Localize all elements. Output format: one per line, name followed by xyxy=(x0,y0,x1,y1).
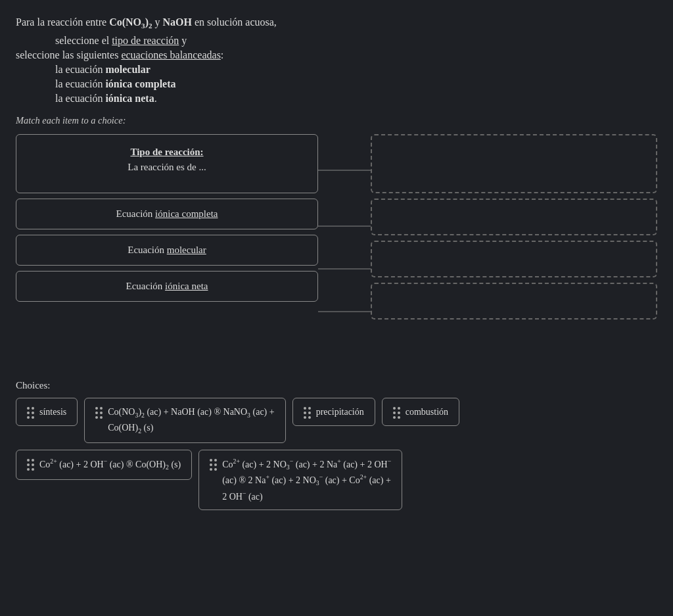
ionica-neta-text: iónica neta xyxy=(105,93,154,104)
intro-mid: y xyxy=(155,16,163,28)
drag-handle-eq1 xyxy=(95,405,103,419)
right-drop-2[interactable] xyxy=(371,199,657,235)
left-box-ionica-completa[interactable]: Ecuación iónica completa xyxy=(16,199,318,229)
ionica-completa-text: iónica completa xyxy=(105,78,175,89)
choices-section: Choices: síntesis Co(NO3)2 (ac) + NaOH (… xyxy=(16,380,657,510)
combustion-text: combustión xyxy=(406,405,448,419)
choice-sintesis[interactable]: síntesis xyxy=(16,398,78,426)
choice-equation3[interactable]: Co2+ (ac) + 2 NO3− (ac) + 2 Na+ (ac) + 2… xyxy=(198,450,402,510)
precipitacion-text: precipitación xyxy=(316,405,364,419)
choices-row2: Co2+ (ac) + 2 OH− (ac) ® Co(OH)2 (s) Co2… xyxy=(16,450,657,510)
right-drop-3[interactable] xyxy=(371,241,657,277)
matching-wrapper: Tipo de reacción: La reacción es de ... … xyxy=(16,134,657,364)
right-drop-4[interactable] xyxy=(371,283,657,320)
intro-line4: la ecuación molecular xyxy=(16,64,657,76)
choice-precipitacion[interactable]: precipitación xyxy=(292,398,375,426)
eq1-text: Co(NO3)2 (ac) + NaOH (ac) ® NaNO3 (ac) +… xyxy=(108,405,274,436)
ionica-neta-box-label: iónica neta xyxy=(165,281,208,291)
drag-handle-comb xyxy=(393,405,400,419)
compound1: Co(NO3)2 xyxy=(109,16,152,28)
left-box-ionica-neta[interactable]: Ecuación iónica neta xyxy=(16,271,318,302)
ionica-completa-box-label: iónica completa xyxy=(155,208,218,219)
right-drop-1[interactable] xyxy=(371,134,657,193)
connector-lines xyxy=(318,134,371,364)
choice-equation1[interactable]: Co(NO3)2 (ac) + NaOH (ac) ® NaNO3 (ac) +… xyxy=(84,398,285,443)
molecular-text: molecular xyxy=(105,64,150,75)
intro-section: Para la reacción entre Co(NO3)2 y NaOH e… xyxy=(16,13,657,105)
choice-combustion[interactable]: combustión xyxy=(382,398,459,426)
eq3-text: Co2+ (ac) + 2 NO3− (ac) + 2 Na+ (ac) + 2… xyxy=(222,457,391,503)
drag-handle-eq2 xyxy=(27,457,34,471)
intro-line1: Para la reacción entre Co(NO3)2 y NaOH e… xyxy=(16,13,657,32)
tipo-box-line1: Tipo de reacción: xyxy=(30,147,304,158)
choices-label: Choices: xyxy=(16,380,657,391)
choices-row1: síntesis Co(NO3)2 (ac) + NaOH (ac) ® NaN… xyxy=(16,398,657,443)
intro-line1-pre: Para la reacción entre xyxy=(16,16,109,28)
match-label: Match each item to a choice: xyxy=(16,115,657,126)
drag-handle-eq3 xyxy=(210,457,217,471)
drag-handle-sintesis xyxy=(27,405,34,419)
left-box-molecular[interactable]: Ecuación molecular xyxy=(16,235,318,266)
compound2: NaOH xyxy=(163,16,192,28)
left-items: Tipo de reacción: La reacción es de ... … xyxy=(16,134,318,302)
sintesis-text: síntesis xyxy=(39,405,66,419)
ecuaciones-link: ecuaciones balanceadas xyxy=(121,49,220,60)
choice-equation2[interactable]: Co2+ (ac) + 2 OH− (ac) ® Co(OH)2 (s) xyxy=(16,450,192,480)
intro-post: en solución acuosa, xyxy=(195,16,277,28)
right-items xyxy=(371,134,657,320)
eq2-text: Co2+ (ac) + 2 OH− (ac) ® Co(OH)2 (s) xyxy=(39,457,181,473)
intro-line3: seleccione las siguientes ecuaciones bal… xyxy=(16,49,657,61)
molecular-box-label: molecular xyxy=(167,245,206,255)
intro-line2: seleccione el tipo de reacción y xyxy=(16,35,657,47)
drag-handle-prec xyxy=(304,405,311,419)
intro-line5: la ecuación iónica completa xyxy=(16,78,657,90)
tipo-reaccion-link: tipo de reacción xyxy=(112,35,179,46)
intro-line6: la ecuación iónica neta. xyxy=(16,93,657,105)
left-box-tipo[interactable]: Tipo de reacción: La reacción es de ... xyxy=(16,134,318,193)
tipo-box-line2: La reacción es de ... xyxy=(30,162,304,173)
